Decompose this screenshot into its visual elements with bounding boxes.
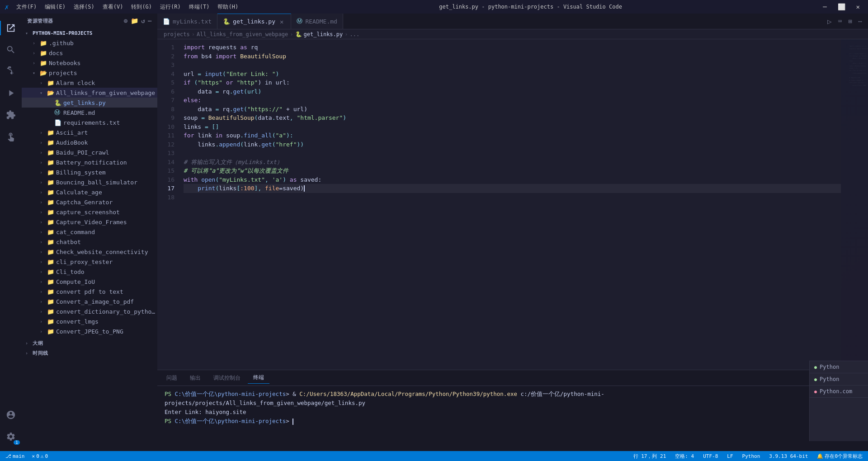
close-button[interactable]: ✕ (853, 2, 863, 11)
activity-explorer[interactable] (0, 17, 22, 39)
tree-item-docs[interactable]: › 📁 docs (22, 48, 157, 58)
status-errors[interactable]: ✕ 0 ⚠ 0 (30, 453, 50, 459)
more-actions-icon[interactable]: ⋯ (856, 16, 864, 26)
py-file-icon: 🐍 (54, 99, 61, 106)
tree-item-baidu-poi[interactable]: › 📁 Baidu_POI_crawl (22, 147, 157, 157)
menu-select[interactable]: 选择(S) (70, 1, 98, 13)
status-encoding[interactable]: UTF-8 (701, 453, 720, 459)
settings-badge: 1 (14, 440, 20, 445)
status-branch[interactable]: ⎇ main (4, 453, 27, 459)
menu-view[interactable]: 查看(V) (99, 1, 127, 13)
tree-item-requirements[interactable]: › 📄 requirements.txt (22, 118, 157, 127)
tree-item-convert-image[interactable]: › 📁 Convert_a_image_to_pdf (22, 296, 157, 306)
activity-extensions[interactable] (0, 104, 22, 126)
tree-item-alarm-clock[interactable]: › 📁 Alarm clock (22, 78, 157, 88)
sidebar-content[interactable]: ▾ PYTHON-MINI-PROJECTS › 📁 .github › 📁 d… (22, 28, 157, 451)
tree-item-notebooks[interactable]: › 📁 Notebooks (22, 58, 157, 68)
tree-item-get-links-py[interactable]: › 🐍 get_links.py (22, 98, 157, 108)
minimize-button[interactable]: ─ (819, 2, 830, 11)
tree-root[interactable]: ▾ PYTHON-MINI-PROJECTS (22, 28, 157, 38)
tab-get-links[interactable]: 🐍 get_links.py ✕ (217, 14, 291, 29)
code-line-18 (184, 193, 841, 202)
tree-item-cli-proxy[interactable]: › 📁 cli_proxy_tester (22, 257, 157, 267)
menu-goto[interactable]: 转到(G) (127, 1, 156, 13)
tree-item-ascii-art[interactable]: › 📁 Ascii_art (22, 127, 157, 137)
python-version-label: 3.9.13 64-bit (769, 453, 808, 459)
new-file-icon[interactable]: ⊕ (124, 17, 128, 24)
tree-item-audiobook[interactable]: › 📁 AudioBook (22, 137, 157, 147)
folder-icon: 📁 (47, 268, 54, 275)
tree-item-projects[interactable]: ▾ 📂 projects (22, 68, 157, 78)
breadcrumb-file[interactable]: get_links.py (304, 31, 343, 38)
run-button[interactable]: ▷ (825, 16, 834, 27)
collapse-all-icon[interactable]: ⋯ (148, 17, 152, 24)
tree-item-compute-iou[interactable]: › 📁 Compute_IoU (22, 277, 157, 287)
tree-item-convert-dict[interactable]: › 📁 convert_dictionary_to_python_object (22, 306, 157, 316)
menu-edit[interactable]: 编辑(E) (41, 1, 69, 13)
code-line-15: # 可以将"a"更改为"w"以每次覆盖文件 (184, 166, 841, 175)
tree-item-convert-jpeg[interactable]: › 📁 Convert_JPEG_to_PNG (22, 326, 157, 336)
timeline-label: 时间线 (33, 350, 48, 357)
tree-item-check-website[interactable]: › 📁 Check_website_connectivity (22, 247, 157, 257)
tree-item-calculate-age[interactable]: › 📁 Calculate_age (22, 187, 157, 197)
status-spaces[interactable]: 空格: 4 (673, 453, 696, 460)
py-dot-icon: ● (814, 365, 817, 370)
code-content[interactable]: import requests as rq from bs4 import Be… (180, 39, 841, 370)
status-language[interactable]: Python (741, 453, 762, 459)
tab-mylinks[interactable]: 📄 myLinks.txt (157, 14, 217, 29)
terminal-content[interactable]: PS C:\价值一个亿\python-mini-projects> & C:/U… (157, 386, 868, 451)
tree-item-capture-screenshot[interactable]: › 📁 capture_screenshot (22, 207, 157, 217)
tree-item-all-links[interactable]: ▾ 📂 All_links_from_given_webpage (22, 88, 157, 98)
terminal-tab-output[interactable]: 输出 (184, 372, 206, 384)
activity-settings[interactable]: 1 (0, 426, 22, 447)
status-python-version[interactable]: 3.9.13 64-bit (767, 453, 810, 459)
tree-item-readme[interactable]: › Ⓜ README.md (22, 108, 157, 118)
maximize-button[interactable]: ⬜ (834, 2, 849, 11)
tree-label: Cli_todo (56, 268, 157, 275)
activity-account[interactable] (0, 404, 22, 426)
tab-close-button[interactable]: ✕ (278, 17, 285, 26)
tree-item-billing[interactable]: › 📁 Billing_system (22, 167, 157, 177)
activity-source-control[interactable] (0, 61, 22, 82)
tree-item-cli-todo[interactable]: › 📁 Cli_todo (22, 267, 157, 277)
activity-testing[interactable] (0, 126, 22, 147)
tree-label: Notebooks (49, 60, 157, 66)
py-panel-item-2[interactable]: ● Python (810, 373, 868, 386)
code-editor[interactable]: 12345 678910 1112131415 161718 import re… (157, 39, 868, 370)
py-panel-item-3[interactable]: ● Python.com (810, 386, 868, 398)
tab-readme[interactable]: Ⓜ README.md (291, 14, 343, 29)
new-folder-icon[interactable]: 📁 (131, 17, 139, 24)
terminal-line-3: PS C:\价值一个亿\python-mini-projects> (165, 417, 805, 426)
menu-file[interactable]: 文件(F) (13, 1, 41, 13)
activity-search[interactable] (0, 39, 22, 61)
editor-layout-icon[interactable]: ⊞ (846, 16, 854, 26)
tree-item-cat-command[interactable]: › 📁 cat_command (22, 227, 157, 237)
terminal-tab-problems[interactable]: 问题 (161, 372, 183, 384)
menu-run[interactable]: 运行(R) (156, 1, 184, 13)
breadcrumb-folder[interactable]: All_links_from_given_webpage (197, 31, 288, 38)
status-notifications[interactable]: 🔔 存在0个异常标志 (815, 453, 864, 460)
breadcrumb-projects[interactable]: projects (164, 31, 190, 38)
section-timeline[interactable]: › 时间线 (22, 348, 157, 358)
breadcrumb-ellipsis[interactable]: ... (350, 31, 360, 38)
tree-item-battery[interactable]: › 📁 Battery_notification (22, 157, 157, 167)
tree-item-convert-pdf[interactable]: › 📁 convert pdf to text (22, 287, 157, 296)
refresh-icon[interactable]: ↺ (141, 17, 145, 24)
tree-item-chatbot[interactable]: › 📁 chatbot (22, 237, 157, 247)
tree-item-github[interactable]: › 📁 .github (22, 38, 157, 48)
py-panel-item-1[interactable]: ● Python (810, 361, 868, 373)
activity-run[interactable] (0, 82, 22, 104)
txt-file-icon: 📄 (54, 119, 61, 126)
terminal-tab-debug[interactable]: 调试控制台 (208, 372, 246, 384)
tree-item-captcha[interactable]: › 📁 Captcha_Genrator (22, 197, 157, 207)
menu-terminal[interactable]: 终端(T) (185, 1, 213, 13)
tree-item-capture-video[interactable]: › 📁 Capture_Video_Frames (22, 217, 157, 227)
section-outline[interactable]: › 大纲 (22, 338, 157, 348)
status-line-ending[interactable]: LF (725, 453, 735, 459)
terminal-tab-terminal[interactable]: 终端 (248, 372, 269, 384)
split-editor-icon[interactable]: ⌨ (836, 16, 844, 26)
tree-item-convert-imgs[interactable]: › 📁 convert_lmgs (22, 316, 157, 326)
tree-item-bouncing-ball[interactable]: › 📁 Bouncing_ball_simulator (22, 177, 157, 187)
menu-help[interactable]: 帮助(H) (214, 1, 242, 13)
status-position[interactable]: 行 17，列 21 (632, 453, 668, 460)
